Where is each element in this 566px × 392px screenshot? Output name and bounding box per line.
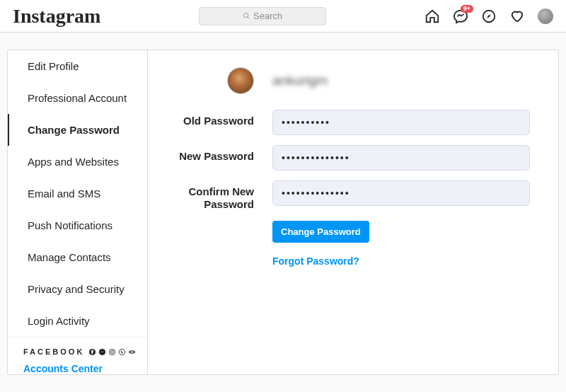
top-nav: Instagram Search 9+: [0, 0, 566, 33]
sidebar-item-login-activity[interactable]: Login Activity: [8, 305, 147, 337]
sidebar-item-push-notifications[interactable]: Push Notifications: [8, 209, 147, 241]
search-input[interactable]: Search: [199, 7, 326, 25]
explore-icon[interactable]: [481, 8, 497, 24]
profile-username: ankurigm: [272, 73, 328, 88]
search-icon: [243, 12, 250, 20]
confirm-password-input[interactable]: ••••••••••••••: [272, 180, 530, 206]
messenger-icon[interactable]: 9+: [453, 8, 468, 24]
facebook-brand-icons: [88, 348, 136, 356]
svg-point-0: [243, 13, 248, 17]
facebook-icon: [88, 348, 96, 356]
oculus-icon: [128, 348, 136, 356]
sidebar-item-apps-websites[interactable]: Apps and Websites: [8, 146, 147, 178]
new-password-input[interactable]: ••••••••••••••: [272, 145, 530, 171]
whatsapp-icon: [118, 348, 126, 356]
settings-panel: Edit Profile Professional Account Change…: [7, 50, 559, 375]
sidebar-footer: FACEBOOK Accounts Center: [8, 337, 147, 386]
svg-point-8: [114, 350, 115, 350]
old-password-label: Old Password: [162, 110, 254, 127]
search-placeholder: Search: [253, 11, 282, 21]
instagram-small-icon: [108, 348, 116, 356]
sidebar-item-privacy-security[interactable]: Privacy and Security: [8, 273, 147, 305]
svg-point-9: [120, 349, 125, 354]
new-password-label: New Password: [162, 145, 254, 163]
svg-rect-10: [129, 351, 134, 353]
sidebar-item-change-password[interactable]: Change Password: [8, 114, 147, 146]
notification-badge: 9+: [461, 5, 473, 13]
settings-sidebar: Edit Profile Professional Account Change…: [8, 50, 148, 374]
accounts-center-link[interactable]: Accounts Center: [23, 363, 136, 374]
svg-point-7: [111, 350, 114, 353]
old-password-input[interactable]: ••••••••••: [272, 110, 530, 135]
instagram-logo[interactable]: Instagram: [13, 5, 100, 28]
messenger-small-icon: [98, 348, 106, 356]
confirm-password-label: Confirm New Password: [162, 180, 254, 211]
sidebar-item-manage-contacts[interactable]: Manage Contacts: [8, 241, 147, 273]
profile-avatar-small[interactable]: [538, 8, 553, 24]
top-icons: 9+: [424, 8, 553, 24]
sidebar-item-professional-account[interactable]: Professional Account: [8, 82, 147, 114]
sidebar-item-edit-profile[interactable]: Edit Profile: [8, 50, 147, 82]
svg-marker-3: [487, 14, 491, 18]
forgot-password-link[interactable]: Forgot Password?: [272, 255, 369, 267]
profile-avatar[interactable]: [227, 67, 254, 94]
sidebar-item-email-sms[interactable]: Email and SMS: [8, 178, 147, 209]
activity-icon[interactable]: [509, 8, 525, 24]
svg-line-1: [248, 17, 249, 18]
change-password-form: ankurigm Old Password •••••••••• New Pas…: [148, 50, 558, 374]
change-password-button[interactable]: Change Password: [272, 221, 369, 243]
facebook-brand-text: FACEBOOK: [23, 347, 84, 356]
home-icon[interactable]: [424, 8, 440, 24]
svg-point-5: [99, 348, 105, 354]
